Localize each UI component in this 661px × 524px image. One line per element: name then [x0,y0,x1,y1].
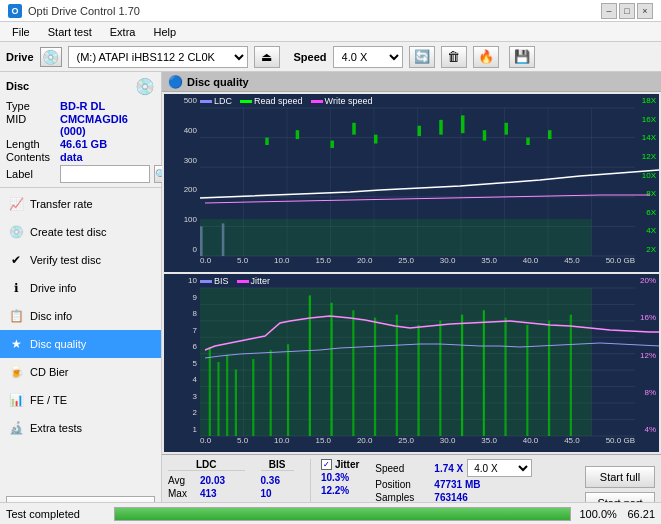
eject-button[interactable]: ⏏ [254,46,280,68]
y2-10: 10 [164,276,200,285]
chart2-plot [200,288,635,436]
type-value: BD-R DL [60,100,105,112]
x2-40: 40.0 [523,436,539,452]
svg-rect-64 [461,315,463,436]
disc-info-icon: 📋 [8,308,24,324]
speed-row: Speed 1.74 X 4.0 X [375,459,532,477]
x2-30: 30.0 [440,436,456,452]
menu-starttest[interactable]: Start test [40,25,100,39]
disc-header-icon: 💿 [135,76,155,96]
verify-test-disc-icon: ✔ [8,252,24,268]
sidebar-item-verify-test-disc[interactable]: ✔ Verify test disc [0,246,161,274]
length-value: 46.61 GB [60,138,107,150]
transfer-rate-icon: 📈 [8,196,24,212]
drive-info-icon: ℹ [8,280,24,296]
x-30: 30.0 [440,256,456,272]
mid-value: CMCMAGDI6 (000) [60,113,155,137]
y2-8pct: 8% [635,388,659,397]
type-label: Type [6,100,56,112]
title-bar: O Opti Drive Control 1.70 – □ × [0,0,661,22]
jitter-avg-row: 10.3% [321,472,359,483]
position-row: Position 47731 MB [375,479,532,490]
svg-rect-17 [265,138,268,145]
sidebar-item-create-test-disc[interactable]: 💿 Create test disc [0,218,161,246]
x-50: 50.0 GB [606,256,635,272]
status-bar: Test completed 100.0% 66.21 [0,502,661,524]
minimize-button[interactable]: – [601,3,617,19]
contents-row: Contents data [6,151,155,163]
create-test-disc-icon: 💿 [8,224,24,240]
x-10: 10.0 [274,256,290,272]
x2-5: 5.0 [237,436,248,452]
extra-tests-icon: 🔬 [8,420,24,436]
chart-title-text: Disc quality [187,76,249,88]
label-input[interactable] [60,165,150,183]
svg-rect-60 [374,318,376,436]
x2-25: 25.0 [398,436,414,452]
position-label: Position [375,479,430,490]
disc-section: Disc 💿 Type BD-R DL MID CMCMAGDI6 (000) … [0,72,161,188]
speed-stats-select[interactable]: 4.0 X [467,459,532,477]
status-text: Test completed [6,508,106,520]
sidebar-item-extra-tests[interactable]: 🔬 Extra tests [0,414,161,442]
menu-help[interactable]: Help [145,25,184,39]
jitter-max-value: 12.2% [321,485,349,496]
cd-bier-label: CD Bier [30,366,69,378]
svg-rect-54 [252,359,254,436]
svg-rect-69 [570,315,572,436]
save-button[interactable]: 💾 [509,46,535,68]
x2-50: 50.0 GB [606,436,635,452]
x2-0: 0.0 [200,436,211,452]
svg-rect-66 [505,318,507,436]
y-label-0: 0 [164,245,200,254]
x-40: 40.0 [523,256,539,272]
disc-info-label: Disc info [30,310,72,322]
y-label-18x: 18X [635,96,659,105]
ldc-avg-row: Avg 20.03 [168,475,245,486]
bis-legend-color [200,280,212,283]
start-full-button[interactable]: Start full [585,466,655,488]
progress-percentage: 100.0% [579,508,619,520]
sidebar-item-drive-info[interactable]: ℹ Drive info [0,274,161,302]
chart-title-bar: 🔵 Disc quality [162,72,661,92]
menu-extra[interactable]: Extra [102,25,144,39]
x-20: 20.0 [357,256,373,272]
chart-title-icon: 🔵 [168,75,183,89]
jitter-legend-item: Jitter [237,276,271,286]
svg-rect-25 [483,130,486,140]
sidebar-item-transfer-rate[interactable]: 📈 Transfer rate [0,190,161,218]
svg-rect-28 [548,130,551,139]
ldc-max-value: 413 [200,488,217,499]
bis-jitter-chart: BIS Jitter 10 9 8 7 6 5 4 3 2 [164,274,659,452]
x2-35: 35.0 [481,436,497,452]
label-row: Label 🔍 [6,165,155,183]
chart1-y-axis: 500 400 300 200 100 0 [164,94,200,256]
maximize-button[interactable]: □ [619,3,635,19]
y2-20pct: 20% [635,276,659,285]
svg-rect-22 [418,126,421,136]
left-panel: Disc 💿 Type BD-R DL MID CMCMAGDI6 (000) … [0,72,162,524]
close-button[interactable]: × [637,3,653,19]
disc-header: Disc 💿 [6,76,155,96]
svg-rect-55 [270,350,272,436]
title-bar-left: O Opti Drive Control 1.70 [8,4,140,18]
sidebar-item-disc-info[interactable]: 📋 Disc info [0,302,161,330]
write-speed-legend-color [311,100,323,103]
x-25: 25.0 [398,256,414,272]
svg-rect-56 [287,344,289,436]
speed-select[interactable]: 4.0 X [333,46,403,68]
refresh-button[interactable]: 🔄 [409,46,435,68]
svg-rect-65 [483,310,485,436]
drive-select[interactable]: (M:) ATAPI iHBS112 2 CL0K [68,46,248,68]
sidebar-item-fe-te[interactable]: 📊 FE / TE [0,386,161,414]
erase-button[interactable]: 🗑 [441,46,467,68]
sidebar-item-disc-quality[interactable]: ★ Disc quality [0,330,161,358]
speed-stat-value: 1.74 X [434,463,463,474]
burn-button[interactable]: 🔥 [473,46,499,68]
jitter-checkbox[interactable]: ✓ [321,459,332,470]
y2-5: 5 [164,359,200,368]
main-container: Disc 💿 Type BD-R DL MID CMCMAGDI6 (000) … [0,72,661,524]
sidebar-item-cd-bier[interactable]: 🍺 CD Bier [0,358,161,386]
menu-file[interactable]: File [4,25,38,39]
chart2-svg [200,288,635,436]
